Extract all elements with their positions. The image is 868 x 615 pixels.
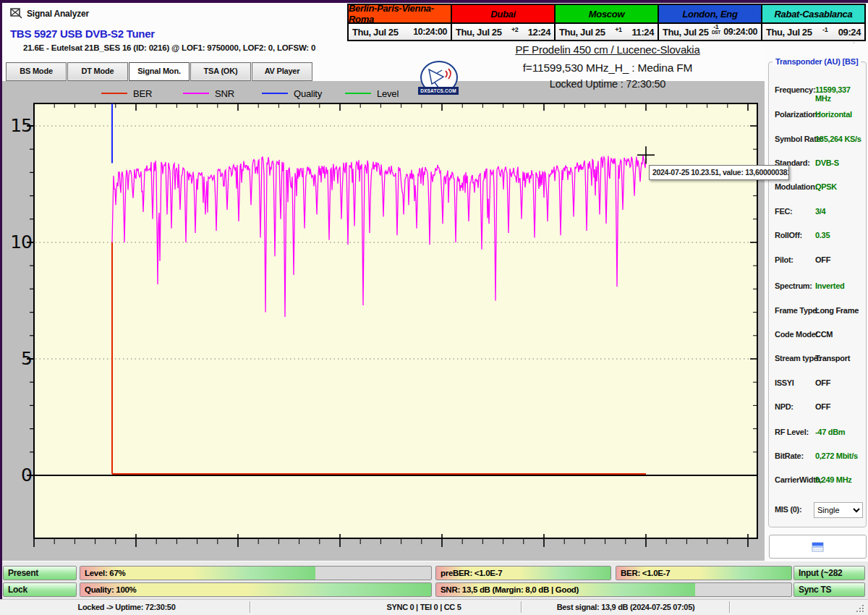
tab-av-player[interactable]: AV Player — [252, 62, 312, 81]
transponder-groupbox: Frequency:11599,337 MHzPolarization:Hori… — [768, 62, 867, 527]
list-icon — [812, 542, 824, 552]
statusbar-section-1: SYNC 0 | TEI 0 | CC 5 — [386, 603, 461, 611]
transponder-label: RF Level: — [775, 428, 809, 436]
transponder-value: 185,264 KS/s — [815, 135, 861, 143]
clock-time: 09:24:00 — [723, 27, 757, 37]
clock-city-header: Berlin-Paris-Vienna-Roma — [349, 5, 451, 22]
transponder-value: Horizontal — [815, 110, 852, 119]
resize-grip[interactable] — [856, 605, 865, 614]
transponder-label: FEC: — [775, 207, 792, 216]
progress-bar-quality: Quality: 100% — [80, 582, 432, 597]
transponder-value: 0,272 Mbit/s — [815, 451, 858, 460]
clock-utc-offset: +2 — [502, 27, 528, 33]
offset-value: +2 — [511, 27, 518, 33]
progress-label: preBER: <1.0E-7 — [441, 567, 502, 580]
badge-lock: Lock — [3, 582, 77, 597]
world-clocks: Berlin-Paris-Vienna-RomaDubaiMoscowLondo… — [347, 4, 866, 41]
mis-select[interactable]: Single — [814, 502, 863, 518]
transponder-label: Polarization: — [775, 110, 820, 119]
progress-label: SNR: 13,5 dB (Margin: 8,0 dB | Good) — [441, 583, 579, 597]
transponder-label: Stream type: — [775, 354, 820, 362]
transponder-value: 11599,337 MHz — [815, 85, 866, 103]
badge-sync-ts: Sync TS — [793, 582, 865, 597]
clock-city-header: Dubai — [452, 5, 554, 22]
signal-chart[interactable] — [2, 81, 765, 561]
transponder-title: Transponder (AU) [BS] — [773, 57, 861, 66]
transponder-label: Frame Type: — [775, 306, 819, 315]
tuner-name: TBS 5927 USB DVB-S2 Tuner — [10, 27, 155, 40]
tab-dt-mode[interactable]: DT Mode — [67, 62, 128, 81]
clock-time: 11:24 — [631, 27, 654, 38]
statusbar-section-2: Best signal: 13,9 dB (2024-07-25 07:05) — [557, 603, 695, 611]
clock-time-cell: Thu, Jul 25-109:24 — [762, 24, 864, 40]
transponder-label: Code Mode: — [775, 330, 818, 339]
clock-city-header: Rabat-Casablanca — [762, 5, 864, 22]
status-bars-area: PresentLockInput (~282 Kbps)Sync TSLevel… — [2, 561, 868, 600]
clock-time: 10:24:00 — [413, 27, 447, 37]
transponder-value: DVB-S — [815, 158, 839, 167]
clock-utc-offset: -1 — [812, 27, 838, 33]
frequency-service-title: f=11599,530 MHz_H_ : Medina FM — [463, 62, 752, 75]
transponder-label: Spectrum: — [775, 281, 812, 290]
transponder-value: CCM — [815, 330, 833, 339]
clock-date: Thu, Jul 25 — [559, 27, 605, 38]
transponder-label: Frequency: — [775, 85, 815, 94]
transponder-value: Inverted — [815, 281, 844, 290]
clock-date: Thu, Jul 25 — [766, 27, 812, 38]
statusbar-separator — [250, 601, 250, 613]
clock-time-cell: Thu, Jul 25+111:24 — [556, 24, 658, 40]
offset-value: +1 — [615, 27, 621, 33]
transponder-value: -47 dBm — [815, 428, 845, 436]
progress-bar-ber: BER: <1.0E-7 — [616, 566, 792, 580]
tab-signal-mon-[interactable]: Signal Mon. — [129, 62, 190, 81]
progress-label: Level: 67% — [85, 567, 125, 580]
transponder-value: QPSK — [815, 182, 837, 191]
transponder-label: BitRate: — [775, 451, 804, 460]
transponder-label: Modulation: — [775, 182, 817, 191]
transponder-value: 0.35 — [815, 231, 830, 239]
transponder-label: ISSYI — [775, 378, 794, 387]
progress-bar-snr: SNR: 13,5 dB (Margin: 8,0 dB | Good) — [435, 582, 792, 597]
tuner-details: 21.6E - Eutelsat 21B_SES 16 (ID: 0216) @… — [23, 43, 315, 52]
clock-date: Thu, Jul 25 — [663, 27, 709, 38]
window-title: Signal Analyzer — [27, 9, 89, 19]
clock-time-cell: Thu, Jul 2510:24:00 — [349, 24, 451, 40]
badge-present: Present — [3, 566, 77, 580]
tab-tsa-ok-[interactable]: TSA (OK) — [190, 62, 251, 81]
clock-time-cell: Thu, Jul 25-1DST09:24:00 — [659, 24, 761, 40]
progress-label: Quality: 100% — [85, 583, 137, 597]
clock-date: Thu, Jul 25 — [352, 27, 399, 38]
statusbar-separator — [729, 601, 730, 613]
clock-date: Thu, Jul 25 — [456, 27, 502, 38]
progress-label: BER: <1.0E-7 — [621, 567, 670, 580]
transponder-value: Long Frame — [815, 306, 859, 315]
tab-bs-mode[interactable]: BS Mode — [6, 62, 67, 81]
transponder-value: Transport — [815, 354, 850, 362]
clock-time-cell: Thu, Jul 25+212:24 — [452, 24, 554, 40]
badge-input: Input (~282 Kbps) — [793, 566, 865, 580]
transponder-value: 3/4 — [815, 207, 825, 216]
clock-city-header: London, Eng — [659, 5, 761, 22]
transponder-label: Pilot: — [775, 255, 793, 264]
transponder-label: RollOff: — [775, 231, 802, 239]
progress-bar-level: Level: 67% — [80, 566, 432, 580]
transponder-value: OFF — [815, 255, 830, 264]
statusbar-section-0: Locked -> Uptime: 72:30:50 — [78, 603, 176, 611]
dish-location-title: PF Prodelin 450 cm / Lucenec-Slovakia — [463, 43, 752, 56]
clock-utc-offset: +1 — [605, 27, 632, 33]
app-icon — [9, 7, 22, 19]
transponder-value: OFF — [815, 378, 830, 387]
dst-flag: DST — [712, 30, 720, 35]
statusbar-separator — [521, 601, 522, 613]
signal-analyzer-window: Signal Analyzer TBS 5927 USB DVB-S2 Tune… — [0, 0, 868, 615]
transponder-value: OFF — [815, 402, 830, 411]
mis-label: MIS (0): — [775, 505, 801, 514]
clock-utc-offset: -1DST — [709, 24, 724, 35]
transponder-label: NPD: — [775, 402, 793, 411]
clock-time: 12:24 — [528, 27, 550, 38]
transponder-value: 0,249 MHz — [815, 475, 852, 484]
offset-value: -1 — [822, 27, 827, 33]
stream-list-button[interactable] — [769, 535, 867, 559]
progress-bar-preber: preBER: <1.0E-7 — [435, 566, 611, 580]
clock-time: 09:24 — [838, 27, 861, 38]
